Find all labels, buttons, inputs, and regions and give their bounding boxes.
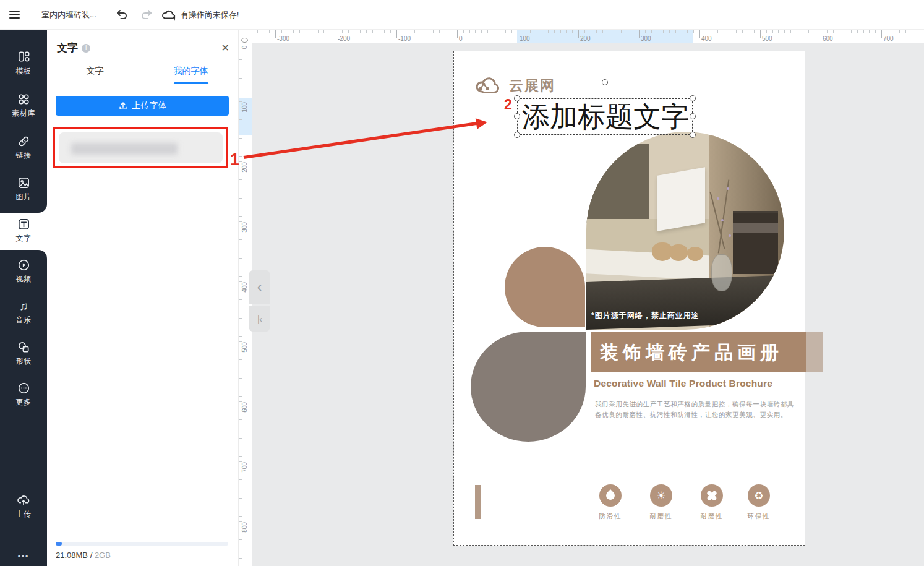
feature-label: 耐磨性 — [693, 512, 730, 521]
sidebar-overflow-dots[interactable]: ••• — [0, 552, 47, 561]
topbar-divider — [35, 9, 35, 21]
tan-teardrop-shape[interactable] — [505, 247, 585, 327]
image-source-caption: *图片源于网络，禁止商业用途 — [591, 311, 699, 321]
recycle-icon: ♻ — [754, 491, 763, 501]
sidebar-item-label: 音乐 — [16, 315, 32, 325]
document-title: 室内内墙砖装... — [41, 9, 96, 20]
sidebar-item-links[interactable]: 链接 — [0, 135, 47, 166]
selection-bounding-box[interactable] — [517, 98, 693, 135]
arrow-head-icon — [476, 116, 488, 129]
skip-to-first-icon: |‹ — [257, 314, 262, 324]
poster-body-text[interactable]: 我们采用先进的生产工艺和严格的质量把控，确保每一块墙砖都具 备优良的耐磨性、抗污… — [595, 399, 799, 420]
template-icon — [17, 51, 30, 64]
crossed-tiles-icon — [706, 489, 718, 502]
ruler-corner[interactable] — [239, 30, 252, 43]
sidebar-item-label: 模板 — [16, 66, 32, 77]
rotation-handle[interactable] — [602, 79, 608, 85]
active-tab-underline — [174, 82, 208, 84]
unsaved-message: 有操作尚未保存! — [181, 9, 239, 20]
tab-my-fonts[interactable]: 我的字体 — [143, 66, 239, 84]
feature-wear-resistant-2[interactable]: 耐磨性 — [693, 484, 730, 521]
kitchen-photo[interactable] — [586, 132, 784, 330]
brand-name: 云展网 — [509, 76, 555, 95]
sidebar-item-label: 更多 — [16, 397, 32, 408]
panel-title: 文字 — [57, 41, 78, 55]
poster-subtitle[interactable]: Decorative Wall Tile Product Brochure — [594, 378, 772, 389]
upload-font-button[interactable]: 上传字体 — [56, 96, 229, 116]
brand-logo[interactable]: 云展网 — [473, 74, 555, 97]
sidebar-item-text[interactable]: 文字 — [0, 218, 47, 249]
cloud-network-logo — [473, 74, 505, 97]
sidebar-item-label: 图片 — [16, 192, 32, 202]
storage-total: 2GB — [95, 551, 111, 560]
body-line: 我们采用先进的生产工艺和严格的质量把控，确保每一块墙砖都具 — [595, 399, 799, 409]
sidebar-item-more[interactable]: 更多 — [0, 382, 47, 413]
topbar: 室内内墙砖装... 有操作尚未保存! — [0, 0, 924, 30]
ruler-origin-icon — [241, 38, 248, 43]
storage-progress-bar — [56, 542, 228, 546]
sidebar-item-templates[interactable]: 模板 — [0, 51, 47, 82]
storage-separator: / — [88, 551, 95, 560]
hamburger-icon — [9, 11, 20, 19]
tab-text[interactable]: 文字 — [47, 66, 143, 84]
canvas[interactable]: 云展网 添加标题文字 — [252, 43, 924, 566]
page-navigation: ‹ |‹ — [249, 270, 270, 332]
video-icon — [17, 259, 30, 272]
horizontal-ruler[interactable]: -300-200-1000100200300400500600700 — [252, 30, 924, 43]
close-icon[interactable]: ✕ — [221, 42, 229, 54]
upload-font-icon — [118, 101, 128, 111]
panel-header: 文字 i ✕ — [57, 41, 229, 55]
sidebar-item-label: 素材库 — [12, 108, 35, 119]
rotation-handle-line — [605, 86, 605, 98]
text-panel: 文字 i ✕ 文字 我的字体 上传字体 21.08MB / 2GB — [47, 30, 239, 566]
sidebar-item-images[interactable]: 图片 — [0, 176, 47, 207]
shape-icon — [17, 341, 30, 354]
sidebar-item-upload[interactable]: 上传 — [0, 494, 47, 525]
resize-handle-bottom-right[interactable] — [690, 132, 696, 138]
upload-icon — [17, 494, 30, 507]
banner-overflow-segment — [806, 332, 823, 372]
topbar-divider — [103, 9, 103, 21]
info-icon[interactable]: i — [82, 44, 90, 53]
feature-wear-resistant[interactable]: ☀ 耐磨性 — [643, 484, 680, 521]
feature-label: 环保性 — [740, 512, 777, 521]
feature-label: 耐磨性 — [643, 512, 680, 521]
redo-icon — [140, 8, 153, 22]
sidebar-item-video[interactable]: 视频 — [0, 259, 47, 289]
sidebar-item-assets[interactable]: 素材库 — [0, 93, 47, 124]
resize-handle-bottom-left[interactable] — [514, 132, 520, 138]
poster-title-banner[interactable]: 装饰墙砖产品画册 — [591, 332, 806, 372]
gray-teardrop-shape[interactable] — [471, 332, 586, 442]
feature-eco-friendly[interactable]: ♻ 环保性 — [740, 484, 777, 521]
uploaded-font-item[interactable] — [59, 132, 223, 163]
save-status: 有操作尚未保存! — [161, 8, 239, 22]
sidebar-item-shapes[interactable]: 形状 — [0, 341, 47, 372]
storage-indicator: 21.08MB / 2GB — [56, 542, 228, 560]
undo-button[interactable] — [111, 4, 132, 25]
redo-button[interactable] — [136, 4, 157, 25]
image-icon — [17, 176, 30, 189]
sidebar-item-label: 形状 — [16, 356, 32, 367]
feature-anti-slip[interactable]: 防滑性 — [592, 484, 629, 521]
storage-text: 21.08MB / 2GB — [56, 551, 228, 560]
cloud-alert-icon — [161, 8, 178, 22]
body-line: 备优良的耐磨性、抗污性和防滑性，让您的家更美观、更实用。 — [595, 409, 799, 420]
resize-handle-top-left[interactable] — [514, 95, 520, 101]
upload-font-label: 上传字体 — [132, 100, 167, 111]
resize-handle-top-right[interactable] — [690, 95, 696, 101]
resize-handle-mid-right[interactable] — [690, 113, 696, 119]
resize-handle-mid-left[interactable] — [514, 113, 520, 119]
undo-icon — [115, 8, 129, 22]
assets-icon — [17, 93, 30, 106]
first-page-button[interactable]: |‹ — [249, 306, 270, 332]
sun-icon: ☀ — [656, 491, 665, 501]
annotation-step-1: 1 — [230, 150, 239, 169]
hamburger-menu-button[interactable] — [0, 0, 28, 30]
previous-page-button[interactable]: ‹ — [249, 270, 270, 304]
text-icon — [17, 218, 30, 231]
sidebar-item-music[interactable]: ♫ 音乐 — [0, 299, 47, 330]
censored-font-name — [71, 143, 178, 155]
storage-progress-fill — [56, 542, 62, 546]
chevron-left-icon: ‹ — [257, 278, 262, 296]
feature-row: 防滑性 ☀ 耐磨性 耐磨性 ♻ 环保性 — [454, 484, 806, 521]
